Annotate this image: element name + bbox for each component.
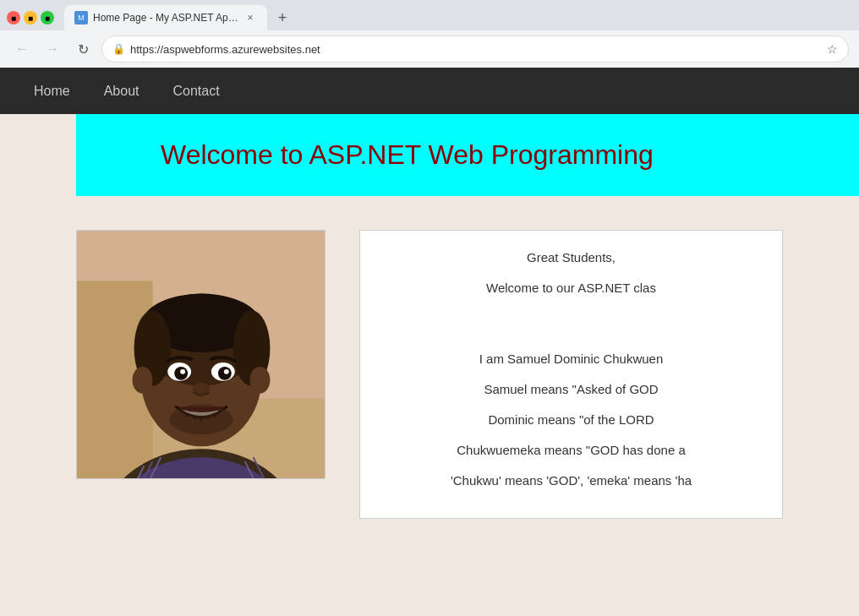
profile-photo: [76, 230, 326, 479]
back-btn[interactable]: ←: [10, 37, 34, 61]
hero-title: Welcome to ASP.NET Web Programming: [161, 139, 774, 171]
text-line-3: I am Samuel Dominic Chukwuen: [377, 349, 765, 369]
svg-point-29: [193, 417, 196, 420]
hero-banner: Welcome to ASP.NET Web Programming: [76, 114, 859, 196]
svg-point-24: [224, 369, 229, 374]
text-section: Great Students, Welcome to our ASP.NET c…: [359, 230, 783, 519]
site-navbar: Home About Contact: [0, 68, 859, 114]
nav-about[interactable]: About: [87, 70, 156, 112]
browser-chrome: ■ ■ ■ M Home Page - My ASP.NET Applic × …: [0, 0, 859, 68]
svg-point-32: [213, 414, 216, 417]
svg-point-30: [200, 417, 203, 421]
browser-tab[interactable]: M Home Page - My ASP.NET Applic ×: [64, 5, 267, 30]
window-close-btn[interactable]: ■: [7, 11, 20, 25]
address-input[interactable]: [130, 43, 827, 56]
photo-section: [76, 230, 326, 519]
text-spacer: [377, 308, 765, 329]
forward-btn[interactable]: →: [41, 37, 64, 61]
text-line-4: Samuel means "Asked of GOD: [377, 379, 765, 400]
tab-bar: ■ ■ ■ M Home Page - My ASP.NET Applic × …: [0, 0, 859, 30]
tab-close-btn[interactable]: ×: [243, 11, 257, 25]
lock-icon: 🔒: [112, 43, 125, 55]
svg-point-31: [206, 417, 210, 420]
text-line-1: Great Students,: [377, 248, 765, 268]
text-line-2: Welcome to our ASP.NET clas: [377, 278, 765, 298]
svg-point-33: [218, 410, 222, 413]
svg-point-23: [180, 369, 185, 374]
website-content: Home About Contact Welcome to ASP.NET We…: [0, 68, 859, 553]
svg-point-27: [180, 410, 183, 413]
svg-point-28: [186, 414, 189, 417]
reload-btn[interactable]: ↻: [71, 37, 95, 61]
text-line-7: 'Chukwu' means 'GOD', 'emeka' means 'ha: [377, 471, 765, 491]
address-bar-container: 🔒 ◀ ☆: [101, 35, 849, 63]
profile-photo-svg: [77, 231, 325, 478]
svg-point-18: [250, 367, 271, 394]
window-maximize-btn[interactable]: ■: [41, 11, 54, 25]
nav-home[interactable]: Home: [17, 70, 87, 112]
text-line-6: Chukwuemeka means "GOD has done a: [377, 440, 765, 461]
bookmark-star[interactable]: ☆: [827, 42, 838, 56]
address-bar-row: ← → ↻ 🔒 ◀ ☆: [0, 30, 859, 68]
tab-favicon: M: [74, 11, 88, 25]
nav-contact[interactable]: Contact: [156, 70, 237, 112]
window-minimize-btn[interactable]: ■: [24, 11, 37, 25]
new-tab-btn[interactable]: +: [271, 6, 294, 30]
svg-point-17: [133, 367, 153, 394]
tab-title: Home Page - My ASP.NET Applic: [93, 12, 240, 24]
text-line-5: Dominic means "of the LORD: [377, 410, 765, 430]
window-controls: ■ ■ ■: [7, 11, 57, 25]
main-content: Great Students, Welcome to our ASP.NET c…: [0, 196, 859, 553]
